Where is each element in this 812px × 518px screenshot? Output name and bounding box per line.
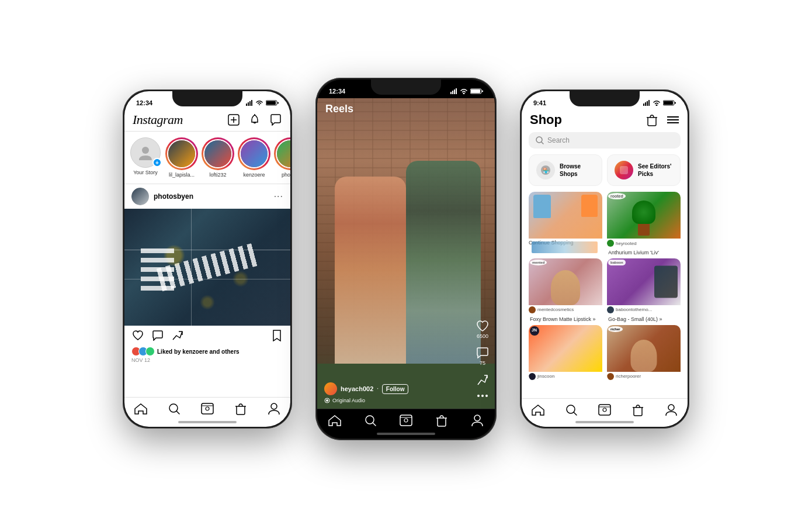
story-label-4: photo... [282,172,290,178]
bag-label: Go-Bag - Small (40L) [607,315,681,323]
lipstick-image: mented [529,258,602,305]
nav3-search-button[interactable] [565,403,578,416]
post-more-button[interactable]: ··· [274,191,283,202]
shop-item-bag[interactable]: baboon baboontothemo... Go-Bag - Small (… [607,258,681,323]
nav3-profile-button[interactable] [665,403,678,416]
cart-button[interactable] [646,113,658,126]
nav2-home-button[interactable] [328,414,341,427]
phone1-home-indicator [178,421,237,423]
svg-rect-33 [400,415,412,426]
phone1-time: 12:34 [136,99,152,106]
comment-button[interactable] [151,329,164,342]
svg-rect-53 [620,166,628,174]
story-item-1[interactable]: lil_lapisla... [166,137,197,178]
story-item-4[interactable]: photo... [275,137,290,178]
bag-image: baboon [607,258,681,305]
svg-rect-39 [647,101,648,106]
nav2-shop-button[interactable] [435,414,448,427]
svg-rect-40 [648,100,650,106]
nav2-profile-button[interactable] [471,414,484,427]
story-item-2[interactable]: lofti232 [203,137,233,178]
reels-label: Reels [325,103,353,115]
post-actions-left [131,329,184,342]
story-ring-4 [274,137,290,170]
bookmark-button[interactable] [270,329,283,342]
ig-header-icons[interactable] [227,113,282,126]
wifi-icon [255,100,263,106]
svg-point-28 [477,395,480,397]
like-button[interactable] [131,329,144,342]
nav-profile-button[interactable] [268,402,280,415]
bag-user-dot [607,306,614,313]
shop-item-backpacks[interactable]: Continue Shopping [529,192,602,256]
editors-picks-card[interactable]: See Editors' Picks [607,154,681,186]
reels-like-button[interactable]: 6500 [476,320,489,339]
phone2-signal-icon [450,88,457,94]
shop-item-jinscoon[interactable]: JN jinscoon [529,325,602,381]
search-placeholder: Search [547,136,570,144]
stories-row: + Your Story lil_lapisla... [124,132,290,184]
post-image [124,209,290,326]
nav2-search-button[interactable] [364,414,377,427]
nav-search-button[interactable] [168,402,181,415]
story-item-3[interactable]: kenzoere [239,137,269,178]
lipstick-user-name: mentedcosmetics [537,307,574,312]
phone-shop: 9:41 [520,89,689,429]
svg-rect-37 [643,103,644,106]
ig-logo: Instagram [133,112,183,127]
nav2-reels-button[interactable] [400,414,412,427]
messages-button[interactable] [269,113,282,126]
nav3-shop-button[interactable] [631,403,644,416]
share-button[interactable] [171,329,184,342]
richer-user-name: richerpoorer [616,374,641,379]
phone1-feed-content: Instagram [124,110,290,427]
add-story-badge: + [152,158,162,167]
plant-user-row: heyrooted [607,239,681,248]
richer-user-dot [607,373,614,380]
shop-item-plant[interactable]: rooted heyrooted [607,192,681,256]
lipstick-label: Foxy Brown Matte Lipstick [529,315,602,323]
story-avatar-1 [167,139,196,168]
follow-button[interactable]: Follow [382,384,409,394]
svg-rect-24 [471,89,480,93]
nav-home-button[interactable] [134,402,147,415]
reels-share-button[interactable] [477,374,488,386]
reels-comment-button[interactable]: 75 [476,347,489,366]
phone2-wifi-icon [460,88,468,94]
your-story-item[interactable]: + Your Story [130,137,161,178]
story-avatar-4 [276,139,290,168]
nav-reels-button[interactable] [201,402,214,415]
menu-button[interactable] [667,113,679,126]
shop-search-bar[interactable]: Search [529,132,681,149]
aerial-crosswalk [124,209,290,326]
svg-rect-3 [251,100,252,106]
svg-rect-18 [450,92,452,94]
shop-grid-row-2: mented mentedcosmetics Foxy Brown Matte … [529,258,681,323]
phone3-time: 9:41 [533,99,546,106]
svg-rect-56 [599,405,610,415]
shop-item-richer[interactable]: richer richerpoorer [607,325,681,381]
nav3-reels-button[interactable] [598,403,611,416]
phone2-time: 12:34 [329,88,345,95]
svg-line-49 [542,142,543,144]
svg-rect-1 [248,102,249,106]
shop-item-lipstick[interactable]: mented mentedcosmetics Foxy Brown Matte … [529,258,602,323]
nav-shop-button[interactable] [234,402,247,415]
svg-rect-25 [482,91,483,92]
reels-background [317,98,495,410]
add-post-button[interactable] [227,113,240,126]
notifications-button[interactable] [248,113,261,126]
post-user-info[interactable]: photosbyen [131,188,193,205]
svg-rect-27 [326,399,328,402]
lipstick-user-row: mentedcosmetics [529,305,602,315]
signal-icon [246,100,253,106]
nav3-home-button[interactable] [532,403,544,416]
shop-grid-row-3: JN jinscoon richer [529,325,681,381]
plant-user-dot [607,240,614,247]
reels-more-button[interactable] [477,394,488,398]
svg-point-41 [656,105,658,106]
reels-audio: Original Audio [324,398,408,403]
browse-shops-card[interactable]: 🏪 Browse Shops [529,154,602,186]
post-avatar [131,188,149,205]
story-avatar-2 [203,139,233,168]
